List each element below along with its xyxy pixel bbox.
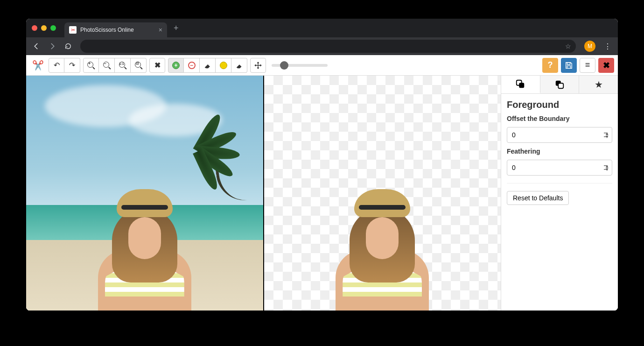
save-button[interactable] <box>561 58 577 73</box>
cutout-image <box>264 76 501 311</box>
tab-favicon-icon <box>69 26 77 34</box>
browser-menu-button[interactable]: ⋮ <box>601 42 614 51</box>
app-root: ✂️ ↶ ↷ + − 1:1 ⊡ ✖ + − <box>26 55 618 311</box>
tab-effects[interactable]: ★ <box>579 76 618 93</box>
offset-select[interactable]: 0 <box>507 127 612 143</box>
app-toolbar: ✂️ ↶ ↷ + − 1:1 ⊡ ✖ + − <box>26 55 618 76</box>
brush-size-slider[interactable] <box>272 64 328 67</box>
svg-rect-0 <box>567 62 570 64</box>
undo-button[interactable]: ↶ <box>49 58 64 73</box>
profile-avatar[interactable]: M <box>584 41 595 52</box>
zoom-in-button[interactable]: + <box>83 58 99 73</box>
tab-foreground[interactable] <box>501 76 540 93</box>
app-close-button[interactable]: ✖ <box>598 58 614 73</box>
svg-rect-1 <box>567 65 570 68</box>
layers-outline-icon <box>554 79 565 90</box>
tab-background[interactable] <box>540 76 580 93</box>
clear-marks-button[interactable]: ✖ <box>149 58 165 73</box>
crop-handle-icon[interactable] <box>495 76 501 81</box>
star-icon: ★ <box>595 79 603 90</box>
original-image <box>26 76 263 311</box>
eraser-button[interactable] <box>200 58 216 73</box>
new-tab-button[interactable]: + <box>167 23 185 33</box>
browser-toolbar: ☆ M ⋮ <box>26 37 618 55</box>
right-tool-group: ? ≡ ✖ <box>542 58 614 73</box>
zoom-fit-button[interactable]: ⊡ <box>131 58 147 73</box>
zoom-group: + − 1:1 ⊡ <box>83 58 147 73</box>
properties-panel: ★ Foreground Offset the Boundary 0 ▴▾ Fe… <box>501 76 618 311</box>
svg-rect-3 <box>519 83 525 88</box>
history-group: ↶ ↷ <box>49 58 80 73</box>
help-button[interactable]: ? <box>542 58 558 73</box>
redo-button[interactable]: ↷ <box>64 58 80 73</box>
nav-back-button[interactable] <box>30 40 43 53</box>
offset-label: Offset the Boundary <box>507 115 612 122</box>
result-canvas[interactable] <box>263 76 501 311</box>
crop-handle-icon[interactable] <box>495 305 501 311</box>
slider-thumb[interactable] <box>280 61 288 70</box>
canvas-pane <box>26 76 501 311</box>
panel-body: Foreground Offset the Boundary 0 ▴▾ Feat… <box>501 94 618 211</box>
marker-group: + − <box>168 58 247 73</box>
svg-rect-5 <box>558 83 563 88</box>
bookmark-star-icon[interactable]: ☆ <box>565 42 571 50</box>
foreground-marker-button[interactable]: + <box>168 58 184 73</box>
window-maximize-button[interactable] <box>50 25 56 31</box>
app-logo-icon: ✂️ <box>30 58 46 73</box>
browser-tab[interactable]: PhotoScissors Online × <box>64 22 167 37</box>
select-caret-icon: ▴▾ <box>606 164 609 171</box>
reset-defaults-button[interactable]: Reset to Defaults <box>507 191 569 205</box>
pan-button[interactable] <box>250 58 266 73</box>
original-canvas[interactable] <box>26 76 263 311</box>
feather-label: Feathering <box>507 148 612 155</box>
layers-filled-icon <box>515 79 525 89</box>
zoom-actual-button[interactable]: 1:1 <box>115 58 131 73</box>
hair-marker-button[interactable] <box>216 58 231 73</box>
divider <box>507 183 612 184</box>
panel-heading: Foreground <box>507 99 612 110</box>
workspace: ★ Foreground Offset the Boundary 0 ▴▾ Fe… <box>26 76 618 311</box>
window-minimize-button[interactable] <box>41 25 47 31</box>
browser-tabbar: PhotoScissors Online × + <box>26 19 618 37</box>
background-marker-button[interactable]: − <box>184 58 200 73</box>
zoom-out-button[interactable]: − <box>99 58 115 73</box>
panel-tabs: ★ <box>501 76 618 94</box>
crop-handle-icon[interactable] <box>263 305 270 311</box>
tab-title: PhotoScissors Online <box>80 27 155 33</box>
hair-eraser-button[interactable] <box>231 58 247 73</box>
browser-window: PhotoScissors Online × + ☆ M ⋮ ✂️ ↶ ↷ <box>26 19 618 311</box>
nav-forward-button[interactable] <box>46 40 59 53</box>
select-caret-icon: ▴▾ <box>606 132 609 138</box>
window-close-button[interactable] <box>32 25 37 31</box>
address-bar[interactable]: ☆ <box>80 40 576 53</box>
nav-reload-button[interactable] <box>62 40 75 53</box>
app-menu-button[interactable]: ≡ <box>580 58 595 73</box>
tab-close-icon[interactable]: × <box>159 26 162 34</box>
crop-handle-icon[interactable] <box>263 76 270 81</box>
feather-select[interactable]: 0 <box>507 160 612 176</box>
window-controls <box>32 25 56 31</box>
